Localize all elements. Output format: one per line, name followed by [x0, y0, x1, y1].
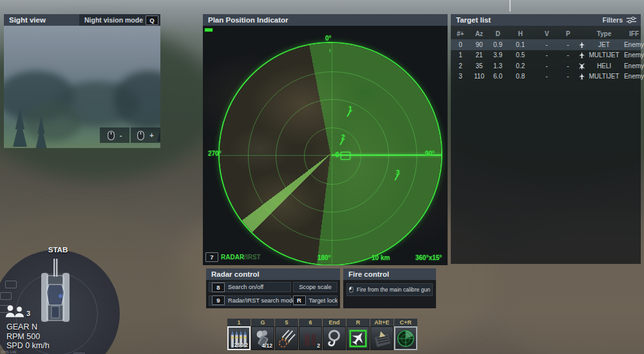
- hotbar-key-label: C+R: [394, 319, 417, 326]
- bearing-label-east: 90°: [425, 150, 435, 157]
- radar-control-panel: Radar control 8 Search on/off Scope scal…: [206, 268, 340, 308]
- radar-mode-primary: RADAR: [221, 254, 244, 261]
- sight-trees: [23, 103, 81, 142]
- bearing-label-west: 270°: [208, 150, 222, 157]
- bearing-tick-north: [330, 49, 330, 52]
- sight-view-title: Sight view: [9, 14, 46, 26]
- hotbar-slot-r[interactable]: R: [346, 319, 370, 350]
- sight-zoom-controls: - +: [100, 127, 160, 143]
- control-label: Radar/IRST search mode: [228, 297, 296, 304]
- radar-control-button[interactable]: R Target lock: [293, 295, 337, 306]
- target-list-header: Target list Filters: [451, 14, 641, 26]
- ppi-title: Plan Position Indicator: [208, 16, 289, 24]
- hotbar-key-label: 1: [227, 319, 251, 326]
- hotbar-slot-6[interactable]: 6 2: [299, 319, 322, 350]
- rpm-readout: RPM 500: [6, 332, 50, 342]
- hotbar-slot-body: [346, 326, 370, 350]
- action-hotbar: 1 250/2 G 4/12 5 6 2 End R: [227, 319, 417, 350]
- radar-mode-secondary: /IRST: [244, 254, 261, 261]
- target-type-icon: [578, 62, 585, 70]
- hotbar-item-icon: [372, 329, 392, 348]
- ammo-count: 250/2: [234, 342, 248, 348]
- crew-indicator: 3: [5, 304, 30, 317]
- radar-mode-keybox[interactable]: 7: [205, 252, 218, 262]
- mouse-wheel-icon: [137, 131, 144, 140]
- hotbar-key-label: R: [346, 319, 370, 326]
- hotbar-slot-body: [370, 326, 393, 350]
- hotbar-slot-alt-e[interactable]: Alt+E: [370, 319, 393, 350]
- filters-icon: [626, 16, 637, 24]
- game-screen: Sight view Night vision mode Q - +: [0, 0, 644, 354]
- target-type-icon: [578, 51, 585, 59]
- gear-readout: GEAR N: [6, 322, 50, 332]
- vehicle-station-icon: [5, 281, 17, 288]
- control-keybox: 8: [212, 283, 225, 292]
- column-header: IFF: [621, 30, 644, 37]
- column-header: Az: [470, 30, 488, 37]
- hotbar-slot-c-r[interactable]: C+R: [394, 319, 417, 350]
- hotbar-slot-g[interactable]: G 4/12: [251, 319, 274, 350]
- radar-scan-label: 360°x15°: [415, 254, 442, 261]
- hotbar-key-label: End: [323, 319, 346, 326]
- stab-label: STAB: [39, 246, 77, 254]
- radar-control-button[interactable]: Scope scale: [293, 282, 337, 292]
- hotbar-item-icon: [396, 329, 415, 348]
- mouse-left-click-icon: [349, 284, 354, 295]
- ammo-count: 2: [317, 342, 320, 349]
- zoom-out-button[interactable]: -: [100, 127, 129, 143]
- hotbar-slot-body: 250/2: [227, 326, 251, 350]
- bearing-line-ns: [332, 43, 332, 265]
- fire-control-title: Fire control: [348, 270, 389, 278]
- hotbar-key-label: G: [251, 319, 274, 326]
- zoom-in-button[interactable]: +: [131, 127, 160, 143]
- night-vision-button[interactable]: Night vision mode Q: [79, 14, 160, 26]
- target-list-columns: #+AzDHVPTypeIFF: [451, 28, 641, 39]
- ammo-count: 4/12: [261, 342, 272, 349]
- zoom-in-sign: +: [149, 131, 153, 139]
- control-keybox: 9: [212, 295, 225, 305]
- hotbar-slot-1[interactable]: 1 250/2: [227, 319, 251, 350]
- fire-main-gun-button[interactable]: Fire from the main calibre gun: [346, 283, 433, 296]
- hotbar-slot-body: 2: [299, 326, 322, 350]
- target-list-title: Target list: [456, 14, 491, 26]
- column-header: D: [488, 30, 507, 37]
- target-list-rows: 0900.9 0.1-- JETEnemy 1213.9 0.5-- MULTI…: [451, 39, 641, 82]
- column-header: H: [507, 30, 533, 37]
- range-ring: [248, 71, 417, 241]
- hotbar-slot-5[interactable]: 5: [275, 319, 298, 350]
- sight-view-panel: Sight view Night vision mode Q - +: [4, 14, 160, 148]
- target-list-panel: Target list Filters #+AzDHVPTypeIFF 0900…: [451, 14, 641, 264]
- bearing-label-south: 180°: [317, 254, 331, 261]
- column-header: V: [533, 30, 560, 37]
- hotbar-key-label: Alt+E: [370, 319, 393, 326]
- mouse-wheel-icon: [108, 131, 115, 140]
- hotbar-key-label: 5: [275, 319, 298, 326]
- radar-active-indicator: [204, 28, 213, 32]
- table-row[interactable]: 0900.9 0.1-- JETEnemy: [451, 39, 641, 50]
- filters-button[interactable]: Filters: [602, 14, 641, 26]
- hotbar-slot-end[interactable]: End: [323, 319, 346, 350]
- radar-control-title: Radar control: [211, 270, 260, 278]
- hotbar-item-icon: [277, 329, 296, 348]
- ppi-panel: Plan Position Indicator 1203 0° 90° 270°: [203, 14, 448, 265]
- hotbar-item-icon: [325, 329, 344, 348]
- radar-control-button[interactable]: 9 Radar/IRST search mode: [209, 295, 291, 306]
- hotbar-slot-body: [394, 326, 417, 350]
- vehicle-station-icon: [0, 292, 12, 300]
- column-header: Type: [587, 30, 621, 37]
- target-type-icon: [578, 73, 585, 80]
- table-row[interactable]: 31106.0 0.8-- MULTIJETEnemy: [451, 71, 641, 82]
- table-row[interactable]: 2351.3 0.2-- HELIEnemy: [451, 61, 641, 71]
- table-row[interactable]: 1213.9 0.5-- MULTIJETEnemy: [451, 50, 641, 61]
- speed-readout: SPD 0 km/h: [6, 341, 50, 351]
- bearing-label-north: 0°: [325, 35, 332, 42]
- hotbar-key-label: 6: [299, 319, 322, 326]
- night-vision-label: Night vision mode: [84, 14, 143, 26]
- vehicle-telemetry: GEAR N RPM 500 SPD 0 km/h: [6, 322, 50, 351]
- fire-control-header: Fire control: [343, 268, 436, 280]
- sight-view-viewport: - +: [4, 26, 160, 148]
- crew-count: 3: [26, 310, 30, 317]
- ppi-bottom-bar: 7 RADAR/IRST 180° 10 km 360°x15°: [203, 251, 448, 264]
- zoom-out-sign: -: [120, 131, 122, 139]
- radar-control-button[interactable]: 8 Search on/off: [209, 282, 291, 292]
